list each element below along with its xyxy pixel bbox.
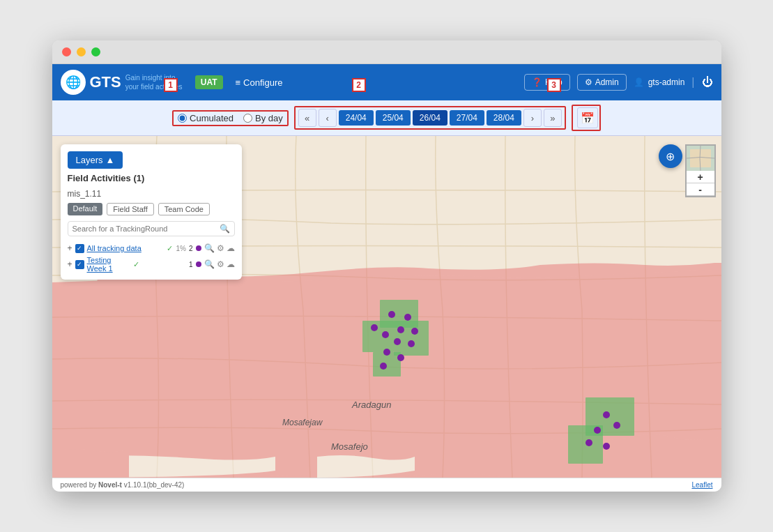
settings-icon-week1[interactable]: ⚙ xyxy=(217,259,224,269)
search-icon: 🔍 xyxy=(220,224,230,234)
app-name: GTS xyxy=(90,73,121,91)
view-mode-group: Cumulated By day xyxy=(172,110,289,126)
app-header: 🌐 GTS Gain insight into your field activ… xyxy=(52,64,721,100)
svg-rect-4 xyxy=(373,352,401,377)
next-button[interactable]: › xyxy=(523,109,542,127)
footer-left: powered by Novel-t v1.10.1(bb_dev-42) xyxy=(61,481,185,489)
tag-default[interactable]: Default xyxy=(68,203,103,215)
admin-button[interactable]: ⚙ Admin xyxy=(577,74,627,91)
week1-label[interactable]: Testing Week 1 xyxy=(87,256,131,273)
locate-icon: ⊕ xyxy=(666,150,675,163)
layers-panel: Layers ▲ Field Activities (1) mis_1.11 D… xyxy=(61,144,242,280)
zoom-out-button[interactable]: - xyxy=(687,183,714,196)
svg-point-14 xyxy=(408,340,415,347)
tag-group: Default Field Staff Team Code xyxy=(61,203,242,221)
minimap-thumbnail xyxy=(687,146,714,171)
chevron-up-icon: ▲ xyxy=(106,155,115,165)
help-button[interactable]: ❓ Help xyxy=(524,74,570,91)
svg-rect-3 xyxy=(394,321,429,356)
version-text: v1.10.1(bb_dev-42) xyxy=(124,481,185,489)
svg-text:Mosafejo: Mosafejo xyxy=(331,441,368,452)
dot-week1 xyxy=(196,261,201,267)
svg-point-15 xyxy=(383,349,390,356)
maximize-button[interactable] xyxy=(91,47,100,56)
minimize-button[interactable] xyxy=(77,47,86,56)
prev-button[interactable]: ‹ xyxy=(319,109,337,127)
configure-icon: ≡ xyxy=(236,77,241,88)
env-badge: UAT xyxy=(195,75,223,89)
map-area[interactable]: Aradagun Mosafejaw Mosafejo Layers ▲ Fie… xyxy=(52,136,721,478)
svg-point-16 xyxy=(397,354,404,361)
expand-week1-button[interactable]: + xyxy=(68,259,72,269)
date-26apr[interactable]: 26/04 xyxy=(413,110,447,126)
svg-point-11 xyxy=(397,326,404,333)
app-tagline: Gain insight into your field activities xyxy=(125,73,188,91)
svg-point-22 xyxy=(603,443,610,450)
svg-point-12 xyxy=(411,328,418,335)
svg-point-18 xyxy=(603,411,610,418)
by-day-option[interactable]: By day xyxy=(243,113,283,123)
powered-by-text: powered by xyxy=(61,481,97,489)
all-tracking-label[interactable]: All tracking data xyxy=(87,244,164,252)
date-28apr[interactable]: 28/04 xyxy=(487,110,521,126)
date-25apr[interactable]: 25/04 xyxy=(376,110,411,126)
date-nav-group: « ‹ 24/04 25/04 26/04 27/04 28/04 › » xyxy=(294,106,566,130)
zoom-icon-all[interactable]: 🔍 xyxy=(204,243,215,253)
zoom-icon-week1[interactable]: 🔍 xyxy=(204,259,215,269)
user-icon: 👤 xyxy=(634,77,644,87)
logo-area: 🌐 GTS Gain insight into your field activ… xyxy=(61,70,188,95)
svg-point-10 xyxy=(382,331,389,338)
svg-point-21 xyxy=(586,439,592,446)
user-section: 👤 gts-admin xyxy=(634,77,685,87)
expand-all-button[interactable]: + xyxy=(68,243,72,253)
svg-rect-30 xyxy=(690,149,711,167)
search-box: 🔍 xyxy=(68,221,235,236)
svg-point-19 xyxy=(613,422,620,429)
mis-label: mis_1.11 xyxy=(61,188,242,203)
settings-icon-all[interactable]: ⚙ xyxy=(217,243,224,253)
date-27apr[interactable]: 27/04 xyxy=(450,110,484,126)
toolbar: 1 Cumulated By day 2 « ‹ 24/04 xyxy=(52,100,721,136)
checkbox-all[interactable]: ✓ xyxy=(75,244,84,253)
cumulated-option[interactable]: Cumulated xyxy=(178,113,234,123)
minimap: + - xyxy=(685,144,716,197)
byday-radio[interactable] xyxy=(243,114,252,123)
row-actions-week1: 🔍 ⚙ ☁ xyxy=(204,259,235,269)
logo-icon: 🌐 xyxy=(61,70,86,95)
tag-team-code[interactable]: Team Code xyxy=(158,203,210,215)
checkbox-week1[interactable]: ✓ xyxy=(75,260,84,269)
zoom-in-button[interactable]: + xyxy=(687,171,714,183)
divider: | xyxy=(691,76,694,89)
cumulated-radio[interactable] xyxy=(178,114,187,123)
last-page-button[interactable]: » xyxy=(544,109,562,127)
calendar-group: 📅 xyxy=(572,105,601,131)
svg-point-13 xyxy=(394,338,401,345)
svg-point-9 xyxy=(371,324,378,331)
dot-all xyxy=(196,245,201,251)
power-icon: ⏻ xyxy=(702,76,713,88)
svg-text:Mosafejaw: Mosafejaw xyxy=(282,418,323,427)
search-input[interactable] xyxy=(72,225,220,233)
username: gts-admin xyxy=(648,77,685,87)
locate-button[interactable]: ⊕ xyxy=(659,144,682,168)
check-icon-all: ✓ xyxy=(167,244,173,253)
power-button[interactable]: ⏻ xyxy=(702,76,713,89)
count-all: 2 xyxy=(189,245,193,252)
calendar-icon: 📅 xyxy=(581,112,595,125)
tag-field-staff[interactable]: Field Staff xyxy=(107,203,153,215)
cloud-icon-all[interactable]: ☁ xyxy=(227,243,235,253)
first-page-button[interactable]: « xyxy=(298,109,316,127)
leaflet-link[interactable]: Leaflet xyxy=(691,481,712,489)
calendar-button[interactable]: 📅 xyxy=(577,107,598,128)
tracking-row-week1: + ✓ Testing Week 1 ✓ 1 🔍 ⚙ ☁ xyxy=(61,254,242,274)
layers-toggle-button[interactable]: Layers ▲ xyxy=(68,151,123,169)
close-button[interactable] xyxy=(62,47,71,56)
cloud-icon-week1[interactable]: ☁ xyxy=(227,259,235,269)
svg-text:Aradagun: Aradagun xyxy=(351,400,391,410)
row-actions-all: 🔍 ⚙ ☁ xyxy=(204,243,235,253)
layers-label: Layers xyxy=(76,155,103,165)
configure-button[interactable]: ≡ Configure xyxy=(236,77,283,88)
date-24apr[interactable]: 24/04 xyxy=(339,110,374,126)
title-bar xyxy=(52,40,721,64)
gear-icon: ⚙ xyxy=(585,77,592,87)
